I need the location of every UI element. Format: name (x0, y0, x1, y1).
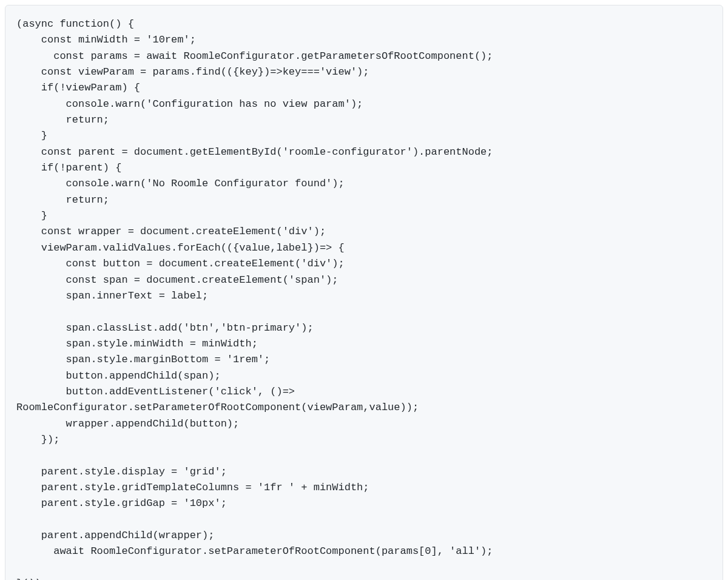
code-block[interactable]: (async function() { const minWidth = '10… (5, 5, 723, 580)
page: (async function() { const minWidth = '10… (0, 0, 728, 580)
